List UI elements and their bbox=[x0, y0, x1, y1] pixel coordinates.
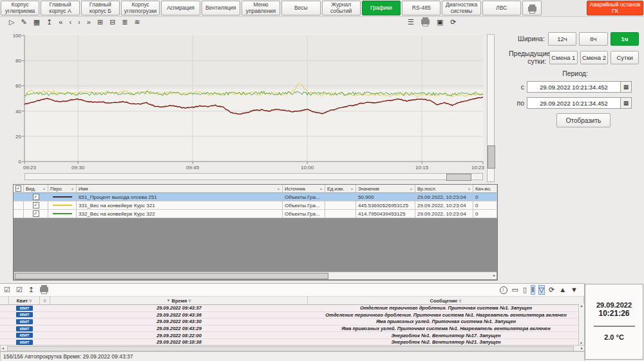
from-calendar-button[interactable]: ▦ bbox=[621, 81, 632, 93]
tab-menu-upravleniya[interactable]: Меню управления bbox=[242, 1, 280, 15]
tab-grafiki[interactable]: Графики bbox=[362, 1, 401, 15]
tab-vesy[interactable]: Весы bbox=[281, 1, 320, 15]
zoom-in-icon[interactable]: ⊞ bbox=[97, 18, 103, 26]
tab-diagnostika-sistemy[interactable]: Диагностика системы bbox=[442, 1, 480, 15]
zoom-out-icon[interactable]: ⊟ bbox=[109, 18, 115, 26]
tab-rs485[interactable]: RS-485 bbox=[402, 1, 440, 15]
ack-badge[interactable]: КВИТ bbox=[16, 333, 33, 338]
list-item[interactable]: КВИТ 29.09.2022 09:43:30 Яма привозных у… bbox=[0, 319, 584, 326]
refresh-icon[interactable]: ⟳ bbox=[549, 286, 554, 294]
value-cursor-icon[interactable]: ≋ bbox=[135, 18, 140, 26]
visible-checkbox[interactable]: ✓ bbox=[33, 202, 39, 208]
from-datetime-input[interactable]: 29.09.2022 10:21:34.452 bbox=[527, 81, 621, 93]
filter-icon[interactable]: ∇ bbox=[43, 299, 46, 303]
archive-icon[interactable]: ▭ bbox=[512, 286, 518, 294]
event-horizontal-scrollbar[interactable]: ◂ ▸ bbox=[0, 345, 585, 351]
list-item[interactable]: КВИТ 29.09.2022 09:43:37 Отделение перви… bbox=[0, 305, 584, 312]
pens-horizontal-scrollbar[interactable]: ▸ bbox=[14, 272, 497, 279]
chart-vscroll-thumb[interactable] bbox=[488, 145, 495, 169]
list-icon[interactable]: ☰ bbox=[408, 18, 414, 26]
filter-icon[interactable]: ∇ bbox=[459, 299, 462, 303]
event-col-filter[interactable]: ∇ bbox=[40, 297, 50, 304]
pause-icon[interactable]: ‖ bbox=[531, 286, 535, 294]
data-table-icon[interactable]: ▦ bbox=[33, 18, 40, 26]
visible-checkbox[interactable]: ✓ bbox=[33, 210, 39, 217]
tab-lvs[interactable]: ЛВС bbox=[482, 1, 521, 15]
shift1-button[interactable]: Смена 1 bbox=[549, 51, 578, 64]
export-icon[interactable]: ↥ bbox=[46, 18, 52, 26]
col-quality[interactable]: Кач-во. bbox=[473, 185, 497, 193]
tab-korpus-uglepriema[interactable]: Корпус углеприема bbox=[1, 1, 39, 15]
event-col-select[interactable] bbox=[0, 297, 9, 304]
col-pen[interactable]: Перо▲ bbox=[48, 185, 77, 193]
pens-header-checkbox-cell[interactable]: ✓ bbox=[14, 185, 24, 193]
tab-zhurnal-sobytiy[interactable]: Журнал событий bbox=[322, 1, 361, 15]
ack-badge[interactable]: КВИТ bbox=[16, 340, 33, 345]
chart-horizontal-scrollbar[interactable] bbox=[24, 173, 483, 180]
scroll-down-icon[interactable]: ▼ bbox=[571, 286, 578, 294]
chart-hscroll-thumb[interactable] bbox=[446, 174, 471, 181]
print-screen-button[interactable] bbox=[522, 1, 542, 15]
pens-setup-icon[interactable]: ✎ bbox=[21, 18, 26, 26]
filter-icon[interactable]: ∇ bbox=[29, 299, 32, 303]
pens-hscroll-thumb[interactable] bbox=[15, 273, 328, 279]
table-row[interactable]: ✓ 331_Вес на конвейере Курс 321 Объекты.… bbox=[14, 201, 497, 210]
alarm-info-icon[interactable]: ! bbox=[500, 286, 507, 294]
width-12h-button[interactable]: 12ч bbox=[548, 32, 576, 46]
tab-glavny-korpus-a[interactable]: Главный корпус А bbox=[41, 1, 79, 15]
tab-korpus-uglepogruzki[interactable]: Корпус углепогрузки bbox=[121, 1, 160, 15]
shift2-button[interactable]: Смена 2 bbox=[580, 51, 609, 64]
list-item[interactable]: КВИТ 29.09.2022 08:18:38 Энергоблок №2. … bbox=[0, 339, 584, 345]
col-name[interactable]: Имя▲ bbox=[77, 185, 283, 193]
select-all-checkbox[interactable]: ✓ bbox=[15, 185, 21, 192]
list-item[interactable]: КВИТ 29.09.2022 09:43:29 Яма привозных у… bbox=[0, 326, 584, 333]
tab-glavny-korpus-b[interactable]: Главный корпус Б bbox=[81, 1, 120, 15]
step-forward-icon[interactable]: › bbox=[78, 18, 80, 26]
display-button[interactable]: Отобразить bbox=[556, 113, 611, 127]
table-row[interactable]: ✓ 651_Процент выхода отсева 251 Объекты.… bbox=[14, 193, 497, 201]
col-visible[interactable]: Вид.▲ bbox=[24, 185, 48, 193]
fast-forward-icon[interactable]: » bbox=[87, 18, 91, 26]
to-calendar-button[interactable]: ▦ bbox=[621, 97, 632, 109]
print-icon[interactable] bbox=[421, 18, 430, 26]
visible-checkbox[interactable]: ✓ bbox=[33, 194, 39, 200]
filter-icon[interactable]: ▽ bbox=[539, 286, 544, 294]
table-row[interactable]: ✓ 332_Вес на конвейере Курс 322 Объекты.… bbox=[14, 210, 497, 218]
day-button[interactable]: Сутки bbox=[611, 51, 639, 64]
event-col-message[interactable]: Сообщение∇ bbox=[308, 297, 584, 304]
scroll-left-arrow-icon[interactable]: ◂ bbox=[2, 346, 4, 351]
ack-all-icon[interactable]: ☑ bbox=[16, 286, 23, 294]
to-datetime-input[interactable]: 29.09.2022 10:21:34.452 bbox=[527, 97, 621, 109]
scroll-right-arrow-icon[interactable]: ▸ bbox=[493, 273, 495, 277]
tab-ventilyatsiya[interactable]: Вентиляция bbox=[202, 1, 240, 15]
event-hscroll-thumb[interactable] bbox=[7, 346, 574, 351]
ack-badge[interactable]: КВИТ bbox=[16, 312, 33, 317]
col-last-time[interactable]: Вр.посл.▲ bbox=[415, 185, 473, 193]
col-unit[interactable]: Ед.изм.▲ bbox=[325, 185, 356, 193]
filter-icon[interactable]: ∇ bbox=[188, 299, 191, 303]
ack-icon[interactable]: ☑ bbox=[4, 286, 10, 294]
width-8h-button[interactable]: 8ч bbox=[579, 32, 607, 46]
event-col-ack[interactable]: Квит∇ bbox=[9, 297, 40, 304]
chart-vertical-scrollbar[interactable] bbox=[487, 34, 495, 182]
scroll-right-arrow-icon[interactable]: ▸ bbox=[581, 346, 583, 351]
legend-icon[interactable]: ≣ bbox=[122, 18, 128, 26]
play-icon[interactable]: ▷ bbox=[9, 18, 14, 26]
event-vertical-scrollbar[interactable]: ▲▼ bbox=[578, 304, 584, 345]
list-item[interactable]: КВИТ 29.09.2022 08:22:00 Энергоблок №1. … bbox=[0, 332, 584, 339]
event-col-time[interactable]: ▼Время∇ bbox=[50, 297, 308, 304]
col-source[interactable]: Источник▲ bbox=[283, 185, 325, 193]
refresh-icon[interactable]: ⟳ bbox=[450, 18, 456, 26]
ack-badge[interactable]: КВИТ bbox=[16, 326, 33, 331]
emergency-stop-button[interactable]: Аварийный останов ГК bbox=[587, 1, 643, 15]
fast-backward-icon[interactable]: « bbox=[59, 18, 62, 26]
ack-badge[interactable]: КВИТ bbox=[16, 306, 33, 311]
ack-badge[interactable]: КВИТ bbox=[16, 319, 33, 324]
tab-aspiratsiya[interactable]: Аспирация bbox=[161, 1, 200, 15]
width-1h-button[interactable]: 1ч bbox=[611, 32, 639, 46]
snapshot-icon[interactable]: ▣ bbox=[437, 18, 443, 26]
scroll-up-icon[interactable]: ▲ bbox=[559, 286, 566, 294]
export-icon[interactable]: ↥ bbox=[28, 286, 34, 294]
list-item[interactable]: КВИТ 29.09.2022 09:43:36 Отделение перви… bbox=[0, 312, 584, 319]
print-icon[interactable] bbox=[40, 286, 48, 294]
